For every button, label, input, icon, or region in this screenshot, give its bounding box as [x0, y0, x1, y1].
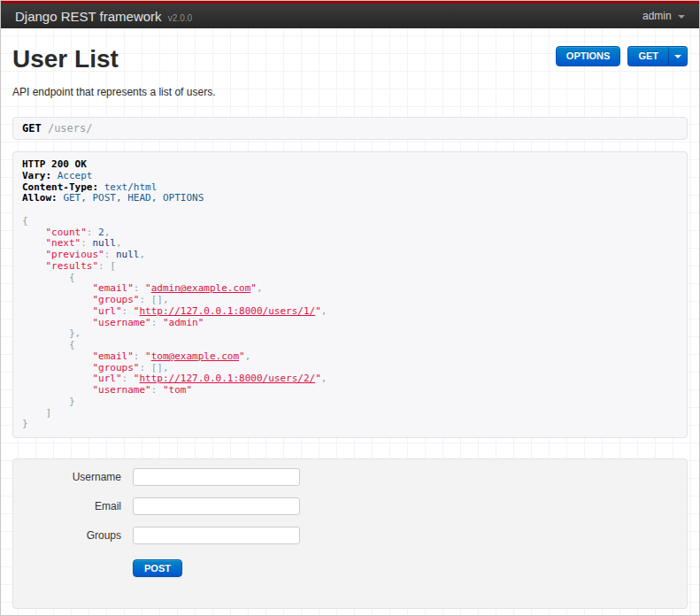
- chevron-down-icon: [678, 15, 685, 19]
- form-field-row: Email: [30, 497, 670, 515]
- json-link[interactable]: http://127.0.0.1:8000/users/2/: [139, 373, 315, 384]
- chevron-down-icon: [674, 55, 681, 58]
- get-button-group: GET: [627, 46, 688, 66]
- response-body: HTTP 200 OK Vary: Accept Content-Type: t…: [12, 151, 688, 438]
- api-description: API endpoint that represents a list of u…: [12, 86, 688, 98]
- get-button[interactable]: GET: [627, 46, 668, 66]
- brand-link[interactable]: Django REST framework v2.0.0: [15, 9, 192, 24]
- request-info-bar: GET /users/: [12, 117, 688, 140]
- version-label: v2.0.0: [168, 13, 192, 23]
- user-menu-dropdown[interactable]: admin: [642, 10, 685, 22]
- groups-input[interactable]: [133, 527, 300, 544]
- main-content: User List OPTIONS GET API endpoint that …: [1, 45, 699, 609]
- user-menu-label: admin: [642, 10, 672, 22]
- header-buttons: OPTIONS GET: [556, 46, 688, 66]
- page-header: User List OPTIONS GET: [12, 45, 688, 73]
- page: Django REST framework v2.0.0 admin User …: [0, 0, 700, 616]
- get-dropdown-toggle[interactable]: [668, 46, 688, 66]
- post-form: Username Email Groups POST: [30, 468, 670, 577]
- username-input[interactable]: [133, 468, 300, 486]
- json-link[interactable]: tom@example.com: [151, 350, 239, 362]
- json-link[interactable]: admin@example.com: [151, 282, 251, 294]
- form-field-row: Username: [30, 468, 670, 486]
- post-form-panel: Username Email Groups POST: [12, 458, 688, 609]
- brand-title: Django REST framework: [15, 9, 162, 24]
- page-title: User List: [12, 45, 119, 73]
- post-button[interactable]: POST: [133, 559, 182, 577]
- form-actions: POST: [133, 559, 670, 577]
- form-field-row: Groups: [30, 527, 670, 544]
- groups-label: Groups: [30, 527, 121, 544]
- options-button[interactable]: OPTIONS: [556, 46, 621, 66]
- email-input[interactable]: [133, 497, 300, 515]
- navbar: Django REST framework v2.0.0 admin: [1, 4, 699, 28]
- email-label: Email: [30, 497, 121, 515]
- request-path: /users/: [48, 122, 93, 135]
- json-link[interactable]: http://127.0.0.1:8000/users/1/: [139, 305, 315, 317]
- request-method: GET: [22, 122, 42, 135]
- username-label: Username: [30, 468, 121, 486]
